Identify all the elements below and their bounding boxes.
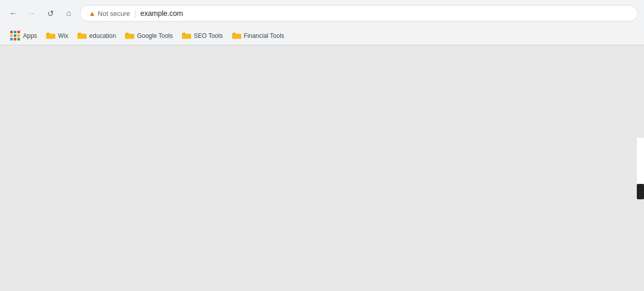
bookmark-wix[interactable]: Wix	[42, 29, 72, 43]
bookmark-financial-tools[interactable]: Financial Tools	[228, 29, 288, 43]
bookmarks-bar: Apps Wix education	[0, 27, 644, 45]
apps-label: Apps	[23, 32, 37, 39]
page-content	[0, 46, 644, 291]
address-bar[interactable]: ▲ Not secure | example.com	[80, 5, 638, 22]
bookmark-wix-label: Wix	[58, 32, 68, 39]
folder-icon-google-tools	[125, 32, 134, 39]
back-button[interactable]: ←	[6, 6, 20, 20]
scrollbar[interactable]	[637, 138, 644, 199]
navigation-bar: ← → ↺ ⌂ ▲ Not secure | example.com	[0, 0, 644, 27]
folder-icon-education	[77, 32, 87, 39]
home-button[interactable]: ⌂	[61, 6, 76, 20]
security-warning: ▲ Not secure	[89, 9, 130, 17]
bookmark-apps[interactable]: Apps	[6, 29, 41, 43]
address-divider: |	[134, 9, 136, 18]
bookmark-seo-tools-label: SEO Tools	[194, 32, 222, 39]
scroll-thumb[interactable]	[637, 184, 644, 199]
bookmark-education-label: education	[89, 32, 116, 39]
warning-icon: ▲	[89, 9, 96, 17]
bookmark-education[interactable]: education	[73, 29, 120, 43]
security-label: Not secure	[98, 10, 130, 17]
folder-icon-financial-tools	[232, 32, 241, 39]
bookmark-seo-tools[interactable]: SEO Tools	[178, 29, 226, 43]
folder-icon-wix	[46, 32, 55, 39]
url-text: example.com	[140, 9, 183, 17]
bookmark-financial-tools-label: Financial Tools	[244, 32, 284, 39]
forward-button[interactable]: →	[25, 6, 39, 20]
reload-button[interactable]: ↺	[43, 6, 57, 20]
bookmark-google-tools-label: Google Tools	[137, 32, 173, 39]
bookmark-google-tools[interactable]: Google Tools	[121, 29, 177, 43]
folder-icon-seo-tools	[182, 32, 191, 39]
apps-icon	[10, 31, 20, 41]
